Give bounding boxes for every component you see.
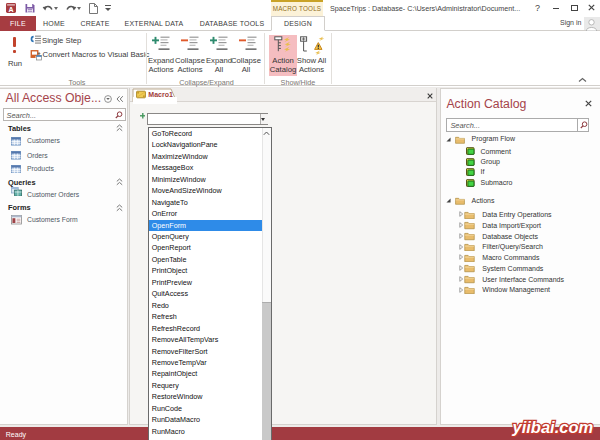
svg-text:A: A [8, 6, 13, 13]
